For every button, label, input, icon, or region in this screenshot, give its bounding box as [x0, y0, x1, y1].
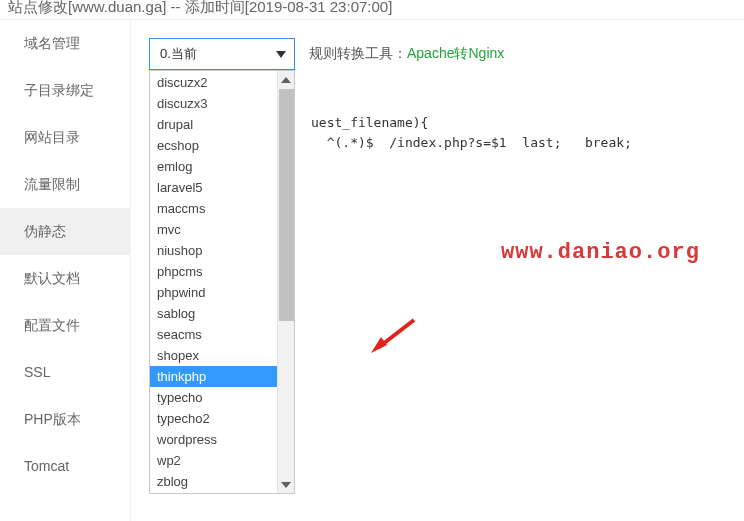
main-panel: 0.当前 规则转换工具：Apache转Nginx discuzx2discuzx… [130, 20, 744, 521]
sidebar-item-2[interactable]: 网站目录 [0, 114, 130, 161]
toolbar-label: 规则转换工具：Apache转Nginx [309, 45, 504, 63]
dropdown-option[interactable]: sablog [150, 303, 277, 324]
dropdown-option[interactable]: drupal [150, 114, 277, 135]
dropdown-scrollbar[interactable] [277, 71, 294, 493]
dropdown-option[interactable]: zblog [150, 471, 277, 492]
watermark: www.daniao.org [501, 240, 700, 265]
dropdown-option[interactable]: thinkphp [150, 366, 277, 387]
window-title: 站点修改[www.duan.ga] -- 添加时间[2019-08-31 23:… [0, 0, 744, 20]
sidebar-item-3[interactable]: 流量限制 [0, 161, 130, 208]
chevron-down-icon [276, 51, 286, 58]
sidebar-item-9[interactable]: Tomcat [0, 443, 130, 490]
convert-link[interactable]: Apache转Nginx [407, 45, 504, 61]
sidebar-item-4[interactable]: 伪静态 [0, 208, 130, 255]
dropdown-option[interactable]: maccms [150, 198, 277, 219]
sidebar-item-1[interactable]: 子目录绑定 [0, 67, 130, 114]
sidebar-item-0[interactable]: 域名管理 [0, 20, 130, 67]
sidebar-item-5[interactable]: 默认文档 [0, 255, 130, 302]
sidebar-item-7[interactable]: SSL [0, 349, 130, 396]
dropdown-option[interactable]: shopex [150, 345, 277, 366]
dropdown-option[interactable]: discuzx3 [150, 93, 277, 114]
scroll-up-icon[interactable] [278, 71, 295, 88]
dropdown-option[interactable]: emlog [150, 156, 277, 177]
template-select[interactable]: 0.当前 [149, 38, 295, 70]
scroll-down-icon[interactable] [278, 476, 295, 493]
scroll-thumb[interactable] [279, 89, 294, 475]
sidebar-item-6[interactable]: 配置文件 [0, 302, 130, 349]
template-dropdown: discuzx2discuzx3drupalecshopemloglaravel… [149, 70, 295, 494]
dropdown-option[interactable]: discuzx2 [150, 72, 277, 93]
dropdown-option[interactable]: phpwind [150, 282, 277, 303]
dropdown-option[interactable]: laravel5 [150, 177, 277, 198]
dropdown-option[interactable]: wp2 [150, 450, 277, 471]
dropdown-option[interactable]: ecshop [150, 135, 277, 156]
sidebar-item-8[interactable]: PHP版本 [0, 396, 130, 443]
rewrite-rules-code: uest_filename){ ^(.*)$ /index.php?s=$1 l… [311, 113, 632, 153]
dropdown-option[interactable]: typecho2 [150, 408, 277, 429]
dropdown-option[interactable]: wordpress [150, 429, 277, 450]
dropdown-option[interactable]: seacms [150, 324, 277, 345]
svg-marker-1 [371, 337, 387, 353]
dropdown-option[interactable]: typecho [150, 387, 277, 408]
dropdown-option[interactable]: mvc [150, 219, 277, 240]
dropdown-option[interactable]: niushop [150, 240, 277, 261]
sidebar: 域名管理子目录绑定网站目录流量限制伪静态默认文档配置文件SSLPHP版本Tomc… [0, 20, 130, 521]
annotation-arrow-icon [369, 315, 419, 355]
select-value: 0.当前 [160, 45, 197, 63]
dropdown-option[interactable]: phpcms [150, 261, 277, 282]
